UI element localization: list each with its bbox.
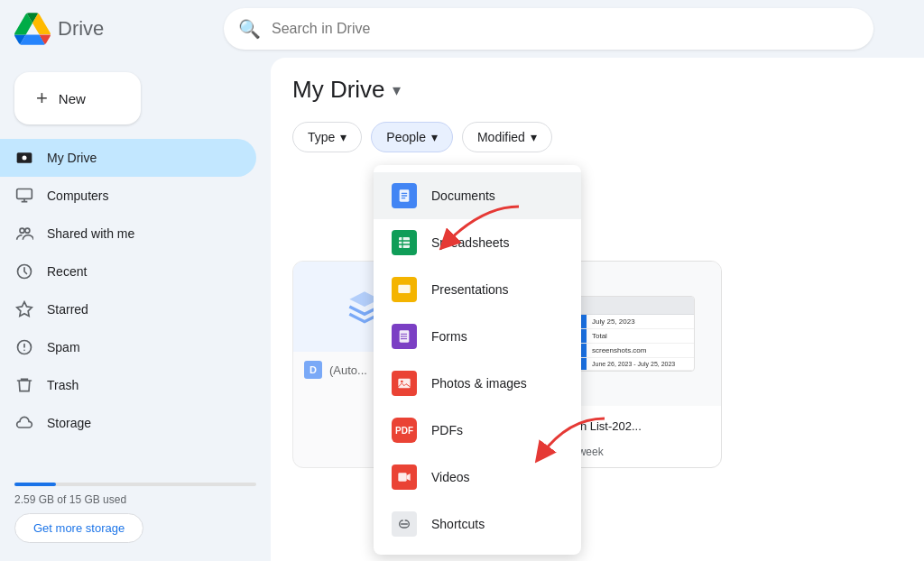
documents-icon — [392, 183, 417, 208]
shortcuts-label: Shortcuts — [431, 517, 485, 531]
storage-section: 2.59 GB of 15 GB used Get more storage — [0, 464, 271, 554]
people-filter-button[interactable]: People ▾ — [371, 122, 453, 152]
videos-icon — [392, 464, 417, 490]
search-icon: 🔍 — [238, 18, 261, 40]
content-header: My Drive ▾ — [292, 76, 902, 104]
presentations-icon — [392, 277, 417, 302]
people-filter-label: People — [386, 130, 426, 144]
sidebar-item-label: Shared with me — [47, 226, 134, 241]
photos-icon — [392, 371, 417, 396]
dropdown-item-photos[interactable]: Photos & images — [374, 360, 581, 407]
star-icon — [14, 299, 34, 319]
sidebar-item-starred[interactable]: Starred — [0, 290, 256, 328]
svg-rect-9 — [399, 237, 410, 248]
svg-rect-15 — [398, 379, 410, 389]
dropdown-item-videos[interactable]: Videos — [374, 454, 581, 501]
logo-area: Drive — [14, 11, 213, 47]
presentations-label: Presentations — [431, 282, 509, 297]
type-dropdown-menu: Documents Spreadsheets — [374, 165, 581, 555]
sidebar-item-label: Spam — [47, 340, 80, 354]
forms-label: Forms — [431, 329, 467, 344]
new-button[interactable]: + New — [14, 72, 141, 124]
sidebar-item-label: Trash — [47, 378, 79, 392]
svg-point-3 — [20, 228, 24, 233]
sidebar-item-label: Recent — [47, 264, 87, 279]
search-bar[interactable]: 🔍 — [224, 8, 873, 50]
plus-icon: + — [36, 87, 48, 110]
modified-filter-button[interactable]: Modified ▾ — [462, 122, 552, 152]
main-layout: + New My Drive Computers — [0, 58, 924, 561]
storage-text: 2.59 GB of 15 GB used — [14, 493, 256, 506]
filter-row: Type ▾ People ▾ Modified ▾ — [292, 122, 902, 152]
pdfs-label: PDFs — [431, 423, 463, 437]
page-title: My Drive — [292, 76, 385, 104]
dropdown-item-presentations[interactable]: Presentations — [374, 266, 581, 313]
type-filter-label: Type — [308, 130, 335, 144]
new-button-label: New — [59, 91, 86, 106]
documents-label: Documents — [431, 189, 495, 203]
spreadsheets-icon — [392, 230, 417, 255]
type-filter-button[interactable]: Type ▾ — [292, 122, 362, 152]
modified-filter-arrow: ▾ — [531, 130, 537, 144]
shared-icon — [14, 224, 34, 244]
app-title: Drive — [58, 17, 104, 41]
dropdown-item-documents[interactable]: Documents — [374, 172, 581, 219]
sidebar-item-shared[interactable]: Shared with me — [0, 215, 256, 253]
app-header: Drive 🔍 — [0, 0, 924, 58]
storage-bar-fill — [14, 483, 56, 486]
svg-marker-6 — [17, 302, 32, 317]
shortcuts-icon — [392, 511, 417, 537]
title-dropdown-arrow[interactable]: ▾ — [393, 80, 401, 100]
sidebar-item-label: My Drive — [47, 151, 97, 165]
videos-label: Videos — [431, 470, 470, 484]
svg-rect-17 — [398, 473, 406, 481]
my-drive-icon — [14, 148, 34, 168]
type-filter-arrow: ▾ — [340, 130, 346, 144]
content-area: My Drive ▾ Type ▾ People ▾ Modified ▾ — [271, 58, 924, 561]
sidebar-item-computers[interactable]: Computers — [0, 177, 256, 215]
dropdown-item-forms[interactable]: Forms — [374, 313, 581, 360]
svg-rect-2 — [17, 189, 32, 199]
dropdown-item-spreadsheets[interactable]: Spreadsheets — [374, 219, 581, 266]
svg-rect-10 — [398, 285, 410, 293]
svg-point-4 — [25, 228, 30, 233]
spreadsheets-label: Spreadsheets — [431, 235, 509, 250]
sidebar-item-recent[interactable]: Recent — [0, 253, 256, 290]
people-filter-arrow: ▾ — [431, 130, 438, 144]
sidebar-item-label: Storage — [47, 416, 91, 430]
search-input[interactable] — [272, 21, 859, 37]
svg-point-16 — [401, 381, 403, 383]
storage-bar-bg — [14, 483, 256, 486]
pdfs-icon: PDF — [392, 418, 417, 443]
recent-icon — [14, 262, 34, 281]
spam-icon — [14, 337, 34, 357]
dropdown-item-pdfs[interactable]: PDF PDFs — [374, 407, 581, 454]
computers-icon — [14, 186, 34, 206]
file-card-name: (Auto... — [329, 363, 367, 377]
photos-label: Photos & images — [431, 376, 527, 391]
sidebar-item-spam[interactable]: Spam — [0, 328, 256, 366]
sidebar: + New My Drive Computers — [0, 58, 271, 561]
sidebar-item-label: Computers — [47, 189, 108, 203]
sidebar-item-label: Starred — [47, 302, 88, 317]
get-more-storage-button[interactable]: Get more storage — [14, 513, 143, 543]
sidebar-item-storage[interactable]: Storage — [0, 404, 256, 442]
modified-filter-label: Modified — [477, 130, 525, 144]
file-icon: D — [304, 361, 322, 379]
svg-point-12 — [401, 334, 402, 335]
trash-icon — [14, 375, 34, 395]
svg-point-13 — [401, 336, 402, 336]
forms-icon — [392, 324, 417, 349]
sidebar-item-my-drive[interactable]: My Drive — [0, 139, 256, 177]
svg-point-14 — [401, 338, 402, 339]
dropdown-item-shortcuts[interactable]: Shortcuts — [374, 501, 581, 547]
svg-point-1 — [23, 156, 27, 161]
drive-logo-icon — [14, 11, 51, 47]
sidebar-item-trash[interactable]: Trash — [0, 366, 256, 404]
cloud-icon — [14, 413, 34, 433]
